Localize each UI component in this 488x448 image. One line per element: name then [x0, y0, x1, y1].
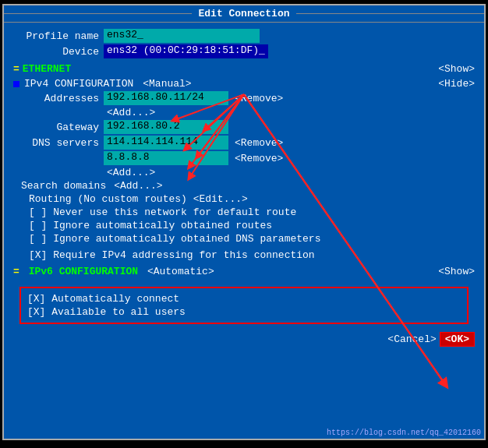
- ipv6-marker: =: [13, 266, 19, 277]
- add1-link[interactable]: <Add...>: [107, 107, 155, 118]
- profile-name-label: Profile name: [13, 30, 99, 42]
- form-content: Profile name ens32_ Device ens32 (00:0C:…: [4, 23, 484, 284]
- title-bar: Edit Connection: [4, 5, 484, 23]
- ipv6-left: = IPv6 CONFIGURATION <Automatic>: [13, 266, 214, 277]
- ignore-dns-row: [ ] Ignore automatically obtained DNS pa…: [13, 233, 475, 245]
- window-title: Edit Connection: [192, 8, 295, 19]
- device-label: Device: [13, 46, 99, 58]
- dns-value2[interactable]: 8.8.8.8: [104, 151, 228, 165]
- dns-label: DNS servers: [21, 137, 99, 149]
- addresses-label: Addresses: [21, 93, 99, 104]
- gateway-row: Gateway 192.168.80.2: [13, 120, 475, 134]
- ipv4-marker: [13, 81, 19, 87]
- ipv6-name: IPv6 CONFIGURATION: [29, 266, 138, 277]
- ethernet-name: ETHERNET: [23, 63, 71, 75]
- bottom-buttons: <Cancel> <OK>: [4, 327, 484, 351]
- ethernet-left: = ETHERNET: [13, 63, 71, 75]
- title-line-left: [4, 13, 192, 14]
- search-domains-label: Search domains: [21, 180, 106, 192]
- add2-row: <Add...>: [13, 167, 475, 178]
- all-users-checkbox[interactable]: [X] Available to all users: [27, 306, 186, 318]
- ethernet-section: = ETHERNET <Show>: [13, 63, 475, 75]
- ipv4-left: IPv4 CONFIGURATION <Manual>: [13, 78, 192, 90]
- add1-row: <Add...>: [13, 107, 475, 118]
- never-default-checkbox[interactable]: [ ] Never use this network for default r…: [29, 206, 296, 218]
- device-row: Device ens32 (00:0C:29:18:51:DF)_: [13, 44, 475, 58]
- ignore-routes-checkbox[interactable]: [ ] Ignore automatically obtained routes: [29, 220, 272, 231]
- dns-row1: DNS servers 114.114.114.114 <Remove>: [13, 136, 475, 150]
- ethernet-show[interactable]: <Show>: [438, 63, 475, 75]
- ignore-routes-row: [ ] Ignore automatically obtained routes: [13, 220, 475, 231]
- bottom-checkboxes-box: [X] Automatically connect [X] Available …: [19, 287, 469, 324]
- ipv6-mode[interactable]: <Automatic>: [147, 266, 214, 277]
- auto-connect-checkbox[interactable]: [X] Automatically connect: [27, 293, 179, 305]
- profile-name-value[interactable]: ens32_: [104, 29, 260, 43]
- search-domains-add[interactable]: <Add...>: [114, 180, 162, 192]
- ipv6-section: = IPv6 CONFIGURATION <Automatic> <Show>: [13, 266, 475, 277]
- routing-row: Routing (No custom routes) <Edit...>: [13, 193, 475, 205]
- all-users-row: [X] Available to all users: [27, 306, 461, 318]
- dns-remove1[interactable]: <Remove>: [235, 137, 283, 149]
- routing-text[interactable]: Routing (No custom routes) <Edit...>: [29, 193, 248, 205]
- search-domains-row: Search domains <Add...>: [13, 180, 475, 192]
- addresses-row: Addresses 192.168.80.11/24 <Remove>: [13, 91, 475, 105]
- ipv4-name: IPv4 CONFIGURATION <Manual>: [24, 78, 192, 90]
- auto-connect-row: [X] Automatically connect: [27, 293, 461, 305]
- device-value[interactable]: ens32 (00:0C:29:18:51:DF)_: [104, 44, 268, 58]
- add2-link[interactable]: <Add...>: [107, 167, 155, 178]
- addresses-remove[interactable]: <Remove>: [235, 93, 283, 104]
- dns-row2: 8.8.8.8 <Remove>: [13, 151, 475, 165]
- ipv6-show[interactable]: <Show>: [438, 266, 475, 277]
- profile-name-row: Profile name ens32_: [13, 29, 475, 43]
- ignore-dns-checkbox[interactable]: [ ] Ignore automatically obtained DNS pa…: [29, 233, 320, 245]
- edit-connection-window: Edit Connection Profile name ens32_ Devi…: [2, 4, 486, 440]
- never-default-row: [ ] Never use this network for default r…: [13, 206, 475, 218]
- dns-value1[interactable]: 114.114.114.114: [104, 136, 228, 150]
- gateway-label: Gateway: [21, 122, 99, 133]
- ethernet-marker: =: [13, 63, 19, 75]
- ipv4-hide[interactable]: <Hide>: [438, 78, 475, 90]
- dns-remove2[interactable]: <Remove>: [235, 153, 283, 164]
- require-ipv4-checkbox[interactable]: [X] Require IPv4 addressing for this con…: [29, 249, 315, 261]
- title-line-right: [296, 13, 484, 14]
- addresses-value[interactable]: 192.168.80.11/24: [104, 91, 228, 105]
- watermark: https://blog.csdn.net/qq_42012160: [327, 429, 481, 437]
- ok-button[interactable]: <OK>: [440, 332, 475, 347]
- gateway-value[interactable]: 192.168.80.2: [104, 120, 228, 134]
- cancel-button[interactable]: <Cancel>: [387, 333, 436, 345]
- ipv4-header: IPv4 CONFIGURATION <Manual> <Hide>: [13, 78, 475, 90]
- require-ipv4-row: [X] Require IPv4 addressing for this con…: [13, 249, 475, 261]
